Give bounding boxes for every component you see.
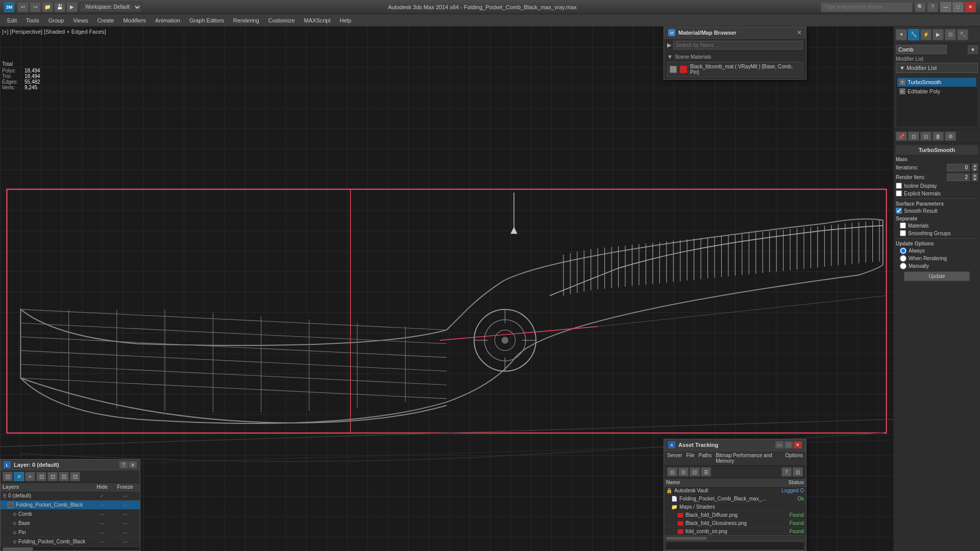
ts-when-rendering-radio[interactable] <box>900 255 906 262</box>
ts-isoline-row: Isoline Display <box>896 183 978 189</box>
at-row-maps[interactable]: 📁 Maps / Shaders <box>664 503 806 511</box>
remove-modifier-icon[interactable]: 🗑 <box>933 132 944 141</box>
viewport[interactable]: [+] [Perspective] [Shaded + Edged Faces]… <box>0 27 893 551</box>
modifier-name-input[interactable] <box>896 45 947 54</box>
at-row-maxfile[interactable]: 📄 Folding_Pocket_Comb_Black_max_vray.max… <box>664 495 806 503</box>
layer-row-comb-sub2[interactable]: ⊙ Folding_Pocket_Comb_Black — — <box>1 537 140 546</box>
material-search-input[interactable] <box>673 41 803 49</box>
menu-modifiers[interactable]: Modifiers <box>119 16 150 25</box>
at-close-button[interactable]: ✕ <box>794 441 802 448</box>
panel-icon-modify[interactable]: 🔧 <box>908 29 919 40</box>
search-input[interactable] <box>821 2 913 12</box>
ts-iterations-input[interactable] <box>947 164 970 171</box>
render-btn[interactable]: ▶ <box>66 2 78 12</box>
at-menu-server[interactable]: Server <box>667 453 682 464</box>
layer-row-base[interactable]: ⊙ Base — — <box>1 519 140 528</box>
ts-render-iters-input[interactable] <box>947 173 970 181</box>
layers-help-button[interactable]: ? <box>119 461 128 468</box>
help-icon[interactable]: ? <box>927 2 938 12</box>
ts-explicit-checkbox[interactable] <box>896 190 902 196</box>
redo-btn[interactable]: ↪ <box>30 2 41 12</box>
workspace-selector[interactable]: Workspace: Default <box>80 2 142 12</box>
at-tool-3[interactable]: ⊡ <box>690 467 700 477</box>
at-scrollbar-horizontal[interactable] <box>664 535 806 540</box>
modifier-dropdown-button[interactable]: ▼ <box>968 45 978 54</box>
menu-customize[interactable]: Customize <box>264 16 299 25</box>
layer-tool-add[interactable]: + <box>25 472 35 481</box>
at-menu-options[interactable]: Options <box>786 453 803 464</box>
menu-group[interactable]: Group <box>44 16 68 25</box>
layer-tool-6[interactable]: ⊡ <box>70 472 80 481</box>
menu-rendering[interactable]: Rendering <box>229 16 263 25</box>
save-btn[interactable]: 💾 <box>54 2 65 12</box>
menu-create[interactable]: Create <box>93 16 118 25</box>
menu-maxscript[interactable]: MAXScript <box>300 16 335 25</box>
panel-icon-display[interactable]: ⊡ <box>945 29 956 40</box>
ts-render-iters-spinner[interactable]: ▲▼ <box>972 173 978 181</box>
menu-graph-editors[interactable]: Graph Editors <box>185 16 228 25</box>
menu-edit[interactable]: Edit <box>3 16 21 25</box>
ts-iterations-spinner[interactable]: ▲▼ <box>972 163 978 171</box>
layer-row-pin[interactable]: ⊙ Pin — — <box>1 528 140 537</box>
at-tool-help[interactable]: ? <box>781 467 792 477</box>
at-menu-file[interactable]: File <box>686 453 694 464</box>
layer-tool-5[interactable]: ⊡ <box>59 472 69 481</box>
ts-manually-radio[interactable] <box>900 263 906 269</box>
layer-tool-3[interactable]: ⊡ <box>36 472 46 481</box>
svg-line-54 <box>20 350 447 371</box>
material-item[interactable]: Black_fdcomb_mat ( VRayMtl ) [Base, Comb… <box>667 62 803 77</box>
modifier-list-dropdown[interactable]: ▼ Modifier List <box>896 63 978 73</box>
scene-materials-header[interactable]: ▼ Scene Materials <box>667 54 803 60</box>
at-menu-bitmap[interactable]: Bitmap Performance and Memory <box>716 453 781 464</box>
layer-row-comb[interactable]: ⊙ Comb — — <box>1 510 140 519</box>
at-row-diffuse[interactable]: Black_fold_Diffuse.png Found <box>664 511 806 519</box>
ts-smoothing-groups-checkbox[interactable] <box>900 230 906 236</box>
layer-tool-delete[interactable]: ✕ <box>14 472 24 481</box>
at-tool-4[interactable]: ☰ <box>701 467 711 477</box>
menu-animation[interactable]: Animation <box>151 16 184 25</box>
layers-close-button[interactable]: ✕ <box>129 461 137 468</box>
modifier-area: ▼ Modifier List ▼ Modifier List <box>894 43 980 76</box>
ts-isoline-checkbox[interactable] <box>896 183 902 189</box>
at-tool-1[interactable]: ⊡ <box>667 467 677 477</box>
menu-tools[interactable]: Tools <box>22 16 43 25</box>
open-btn[interactable]: 📁 <box>42 2 53 12</box>
layer-tool-1[interactable]: ⊡ <box>3 472 13 481</box>
panel-icon-utilities[interactable]: 🔨 <box>957 29 968 40</box>
at-menu-paths[interactable]: Paths <box>699 453 712 464</box>
ts-update-button[interactable]: Update <box>904 271 970 281</box>
ts-smooth-result-checkbox[interactable] <box>896 208 902 214</box>
at-row-vault[interactable]: 🔒 Autodesk Vault Logged O <box>664 487 806 495</box>
at-tool-2[interactable]: ⊡ <box>678 467 689 477</box>
at-row-glossiness[interactable]: Black_fold_Glossiness.png Found <box>664 519 806 528</box>
material-browser-close[interactable]: ✕ <box>797 29 802 36</box>
maximize-button[interactable]: □ <box>952 2 964 12</box>
undo-btn[interactable]: ↩ <box>17 2 29 12</box>
menu-help[interactable]: Help <box>336 16 356 25</box>
layers-scrollbar[interactable] <box>1 546 140 550</box>
show-end-result-icon[interactable]: ⊡ <box>908 132 919 141</box>
stack-item-editable-poly[interactable]: E Editable Poly <box>897 87 976 96</box>
layer-tool-4[interactable]: ⊡ <box>47 472 58 481</box>
layer-row-comb-main[interactable]: Folding_Pocket_Comb_Black — — <box>1 500 140 510</box>
at-row-ior[interactable]: fold_comb_ior.png Found <box>664 528 806 535</box>
edges-label: Edges: <box>2 79 22 85</box>
panel-icon-create[interactable]: ✦ <box>896 29 907 40</box>
layer-row-default[interactable]: ☰ 0 (default) ✓ — <box>1 491 140 500</box>
menu-views[interactable]: Views <box>69 16 92 25</box>
stack-item-turbosmooth[interactable]: T TurboSmooth <box>897 78 976 87</box>
minimize-button[interactable]: — <box>940 2 951 12</box>
make-unique-icon[interactable]: ⊡ <box>920 132 932 141</box>
configure-modifier-sets-icon[interactable]: ⚙ <box>945 132 956 141</box>
close-button[interactable]: ✕ <box>965 2 976 12</box>
at-footer-input[interactable] <box>666 542 804 549</box>
ts-always-radio[interactable] <box>900 247 906 254</box>
ts-materials-checkbox[interactable] <box>900 222 906 229</box>
pin-stack-icon[interactable]: 📌 <box>896 132 907 141</box>
search-icon[interactable]: 🔍 <box>915 2 926 12</box>
at-tool-5[interactable]: ⊡ <box>793 467 803 477</box>
panel-icon-hierarchy[interactable]: ⚡ <box>920 29 932 40</box>
panel-icon-motion[interactable]: ▶ <box>933 29 944 40</box>
at-minimize-button[interactable]: — <box>775 441 783 448</box>
at-maximize-button[interactable]: □ <box>785 441 793 448</box>
